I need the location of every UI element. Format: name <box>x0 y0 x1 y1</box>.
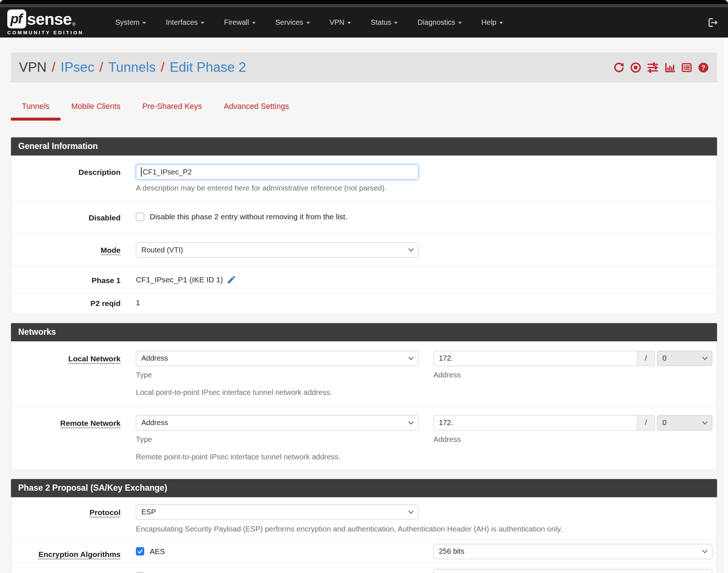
browser-window-edge <box>0 0 728 4</box>
prefix-separator: / <box>637 415 655 431</box>
p2reqid-value: 1 <box>136 298 712 307</box>
local-network-help: Local point-to-point IPsec interface tun… <box>136 388 712 397</box>
chevron-down-icon <box>408 357 414 360</box>
protocol-select[interactable]: ESP <box>136 505 418 520</box>
tab-tunnels[interactable]: Tunnels <box>11 96 60 121</box>
row-description: Description A description may be entered… <box>11 156 717 201</box>
svg-text:?: ? <box>701 63 705 71</box>
pf-logo-mark: pf <box>7 9 26 28</box>
panel-networks: Networks Local Network Address Type <box>11 323 717 470</box>
chevron-down-icon <box>702 421 708 425</box>
nav-item-firewall[interactable]: Firewall <box>214 18 265 27</box>
nav-menu: System Interfaces Firewall Services VPN … <box>106 18 707 27</box>
type-caption: Type <box>136 370 418 379</box>
panel-phase2-proposal: Phase 2 Proposal (SA/Key Exchange) Proto… <box>11 479 717 573</box>
nav-item-interfaces[interactable]: Interfaces <box>156 18 214 27</box>
bar-chart-icon[interactable] <box>664 62 676 73</box>
local-network-address-input[interactable] <box>433 351 637 366</box>
description-help: A description may be entered here for ad… <box>136 184 712 192</box>
aes128gcm-keylength-select[interactable]: Auto <box>433 569 712 573</box>
chevron-down-icon <box>702 550 708 553</box>
mode-select[interactable]: Routed (VTI) <box>136 242 418 258</box>
refresh-icon[interactable] <box>613 62 625 73</box>
address-caption: Address <box>433 370 712 379</box>
registered-mark: ® <box>72 22 76 27</box>
chevron-down-icon <box>702 357 708 360</box>
aes-keylength-select[interactable]: 256 bits <box>433 544 712 559</box>
chevron-down-icon <box>306 22 310 24</box>
stop-icon[interactable] <box>630 62 641 73</box>
protocol-help: Encapsulating Security Payload (ESP) per… <box>136 525 712 533</box>
list-icon[interactable] <box>681 62 692 73</box>
local-network-prefix-select[interactable]: 0 <box>657 351 712 366</box>
row-local-network: Local Network Address Type / <box>11 341 717 405</box>
disabled-checkbox[interactable] <box>136 213 144 221</box>
pfsense-logo[interactable]: pf sense ® COMMUNITY EDITION <box>7 9 84 35</box>
aes-checkbox[interactable] <box>136 547 144 556</box>
section-tabs: Tunnels Mobile Clients Pre-Shared Keys A… <box>11 96 717 121</box>
remote-network-prefix-select[interactable]: 0 <box>657 415 712 431</box>
breadcrumb-bar: VPN / IPsec / Tunnels / Edit Phase 2 <box>11 52 717 82</box>
edit-pencil-icon[interactable] <box>227 275 236 284</box>
nav-item-status[interactable]: Status <box>361 18 408 27</box>
chevron-down-icon <box>499 22 503 24</box>
tab-pre-shared-keys[interactable]: Pre-Shared Keys <box>131 96 213 121</box>
row-encryption-aes128gcm: AES128-GCM Auto <box>11 563 717 573</box>
breadcrumb-ipsec-link[interactable]: IPsec <box>60 60 94 75</box>
nav-item-vpn[interactable]: VPN <box>320 18 361 27</box>
local-network-type-select[interactable]: Address <box>136 351 418 366</box>
brand-name: sense <box>27 11 72 27</box>
nav-item-services[interactable]: Services <box>265 18 320 27</box>
chevron-down-icon <box>408 421 414 425</box>
remote-network-type-select[interactable]: Address <box>136 415 418 431</box>
panel-title: General Information <box>11 137 717 156</box>
top-navbar: pf sense ® COMMUNITY EDITION System Inte… <box>0 7 728 38</box>
remote-network-address-input[interactable] <box>433 415 637 431</box>
remote-network-help: Remote point-to-point IPsec interface tu… <box>136 452 712 461</box>
logout-icon[interactable] <box>707 17 719 28</box>
breadcrumb-tunnels-link[interactable]: Tunnels <box>108 60 156 75</box>
panel-title: Networks <box>11 323 717 341</box>
sliders-icon[interactable] <box>647 62 659 73</box>
aes-label: AES <box>150 547 165 556</box>
panel-title: Phase 2 Proposal (SA/Key Exchange) <box>11 479 717 497</box>
breadcrumb-edit-phase2[interactable]: Edit Phase 2 <box>170 60 246 75</box>
chevron-down-icon <box>252 22 256 24</box>
row-remote-network: Remote Network Address Type / <box>11 405 717 470</box>
text-cursor <box>141 167 142 177</box>
breadcrumb-vpn: VPN <box>19 60 47 75</box>
brand-edition: COMMUNITY EDITION <box>7 30 84 35</box>
scrollbar-gutter[interactable] <box>723 38 728 573</box>
prefix-separator: / <box>637 351 655 366</box>
chevron-down-icon <box>458 22 462 24</box>
nav-item-diagnostics[interactable]: Diagnostics <box>408 18 471 27</box>
row-p2reqid: P2 reqid 1 <box>11 293 717 314</box>
tab-mobile-clients[interactable]: Mobile Clients <box>60 96 131 121</box>
row-disabled: Disabled Disable this phase 2 entry with… <box>11 201 717 233</box>
breadcrumb: VPN / IPsec / Tunnels / Edit Phase 2 <box>19 60 246 75</box>
address-caption: Address <box>433 435 712 444</box>
tab-advanced-settings[interactable]: Advanced Settings <box>213 96 300 121</box>
row-protocol: Protocol ESP Encapsulating Security Payl… <box>11 497 717 539</box>
type-caption: Type <box>136 435 418 444</box>
help-icon[interactable]: ? <box>698 62 709 73</box>
nav-item-help[interactable]: Help <box>472 18 513 27</box>
phase1-value: CF1_IPsec_P1 (IKE ID 1) <box>136 275 223 284</box>
chevron-down-icon <box>347 22 351 24</box>
description-input-field[interactable] <box>136 164 418 180</box>
chevron-down-icon <box>408 510 414 514</box>
panel-general-information: General Information Description A descri… <box>11 137 717 314</box>
chevron-down-icon <box>408 248 414 252</box>
chevron-down-icon <box>142 22 146 24</box>
disabled-checkbox-label: Disable this phase 2 entry without remov… <box>150 212 347 221</box>
chevron-down-icon <box>394 22 398 24</box>
row-mode: Mode Routed (VTI) <box>11 233 717 266</box>
nav-item-system[interactable]: System <box>106 18 156 27</box>
row-encryption-aes: Encryption Algorithms AES 256 bits <box>11 539 717 563</box>
row-phase1: Phase 1 CF1_IPsec_P1 (IKE ID 1) <box>11 266 717 293</box>
window-strip <box>0 4 728 7</box>
description-input[interactable] <box>136 164 418 180</box>
chevron-down-icon <box>201 22 204 24</box>
